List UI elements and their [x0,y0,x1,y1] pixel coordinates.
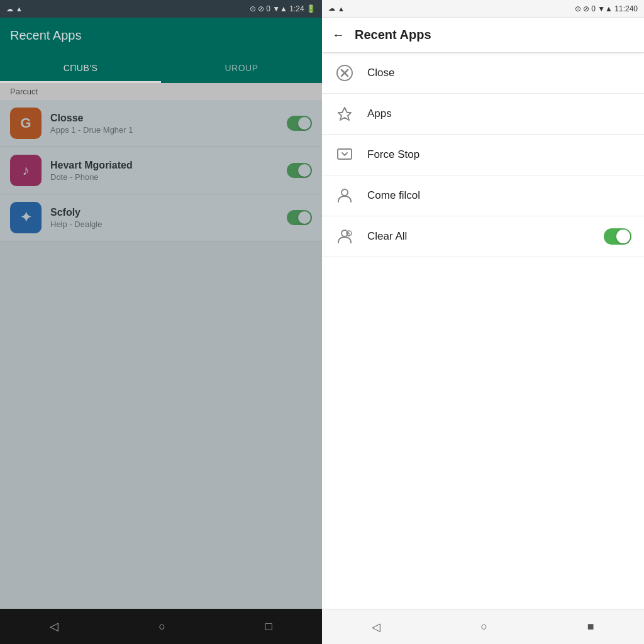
toggle-0[interactable] [287,116,312,131]
signal-icon: ▲ [16,5,23,13]
app-icon-2: ✦ [10,202,42,233]
app-title-left: Recent Apps [10,28,81,43]
app-item-2[interactable]: ✦ Scfoly Help - Dealgle [0,194,322,242]
status-right-icons-left: ☁ ▲ [328,4,345,13]
menu-item-close[interactable]: Close [322,53,644,94]
app-item-0[interactable]: G Closse Apps 1 - Drue Mgher 1 [0,100,322,147]
app-info-1: Hevart Mgoriated Dote - Phone [50,160,278,182]
menu-label-close: Close [367,67,631,79]
toggle-2[interactable] [287,210,312,225]
wifi-icon-right: ☁ [328,4,335,13]
apps-icon [335,104,355,124]
force-stop-icon [335,145,355,165]
tab-clubs[interactable]: СПUB'S [0,53,161,83]
app-name-1: Hevart Mgoriated [50,160,278,171]
tab-group[interactable]: Uroup [161,53,322,83]
app-name-0: Closse [50,113,278,124]
right-panel: ☁ ▲ ⊙ ⊘ 0 ▼▲ 11:240 ← Recent Apps Close [322,0,644,644]
close-circle-icon [335,63,355,83]
app-name-2: Scfoly [50,207,278,218]
menu-label-come-filcol: Come filcol [367,189,631,202]
nav-bar-right: ◁ ○ ■ [322,609,644,644]
svg-point-4 [341,189,348,196]
app-item-1[interactable]: ♪ Hevart Mgoriated Dote - Phone [0,147,322,194]
status-bar-left: ☁ ▲ ⊙ ⊘ 0 ▼▲ 1:24 🔋 [0,0,322,18]
menu-label-clear-all: Clear All [367,230,591,243]
app-icon-1: ♪ [10,155,42,186]
menu-item-clear-all[interactable]: Clear All [322,216,644,257]
status-left-icons: ☁ ▲ [6,5,23,13]
app-icon-0: G [10,108,42,139]
nav-recent-btn-left[interactable]: □ [265,620,272,633]
status-time-right: ⊙ ⊘ 0 ▼▲ 11:240 [575,4,638,13]
signal-icon-right: ▲ [338,5,345,13]
toggle-1[interactable] [287,163,312,178]
menu-label-force-stop: Force Stop [367,148,631,161]
user-icon [335,186,355,206]
clear-all-toggle[interactable] [604,228,631,245]
app-info-0: Closse Apps 1 - Drue Mgher 1 [50,113,278,135]
nav-home-btn-left[interactable]: ○ [158,620,165,633]
menu-label-apps: Apps [367,108,631,120]
svg-rect-3 [338,149,352,159]
app-bar-right: ← Recent Apps [322,18,644,53]
app-title-right: Recent Apps [355,28,431,42]
menu-item-apps[interactable]: Apps [322,94,644,135]
nav-home-btn-right[interactable]: ○ [480,620,487,633]
app-subtitle-1: Dote - Phone [50,172,278,182]
back-button[interactable]: ← [332,28,345,42]
status-time-left: ⊙ ⊘ 0 ▼▲ 1:24 🔋 [250,4,316,13]
wifi-icon: ☁ [6,5,13,13]
clear-all-icon [335,226,355,247]
apps-list: G Closse Apps 1 - Drue Mgher 1 ♪ Hevart … [0,100,322,609]
app-subtitle-2: Help - Dealgle [50,219,278,229]
nav-back-btn-right[interactable]: ◁ [372,620,380,634]
tabs-left: СПUB'S Uroup [0,53,322,83]
app-subtitle-0: Apps 1 - Drue Mgher 1 [50,125,278,135]
menu-list: Close Apps Force Stop [322,53,644,609]
status-bar-right: ☁ ▲ ⊙ ⊘ 0 ▼▲ 11:240 [322,0,644,18]
menu-item-force-stop[interactable]: Force Stop [322,135,644,175]
app-info-2: Scfoly Help - Dealgle [50,207,278,229]
nav-bar-left: ◁ ○ □ [0,609,322,644]
section-header: Parcuct [0,83,322,100]
menu-item-come-filcol[interactable]: Come filcol [322,175,644,216]
left-panel: ☁ ▲ ⊙ ⊘ 0 ▼▲ 1:24 🔋 Recent Apps СПUB'S U… [0,0,322,644]
nav-recent-btn-right[interactable]: ■ [587,620,594,633]
nav-back-btn-left[interactable]: ◁ [50,619,58,633]
app-bar-left: Recent Apps [0,18,322,53]
